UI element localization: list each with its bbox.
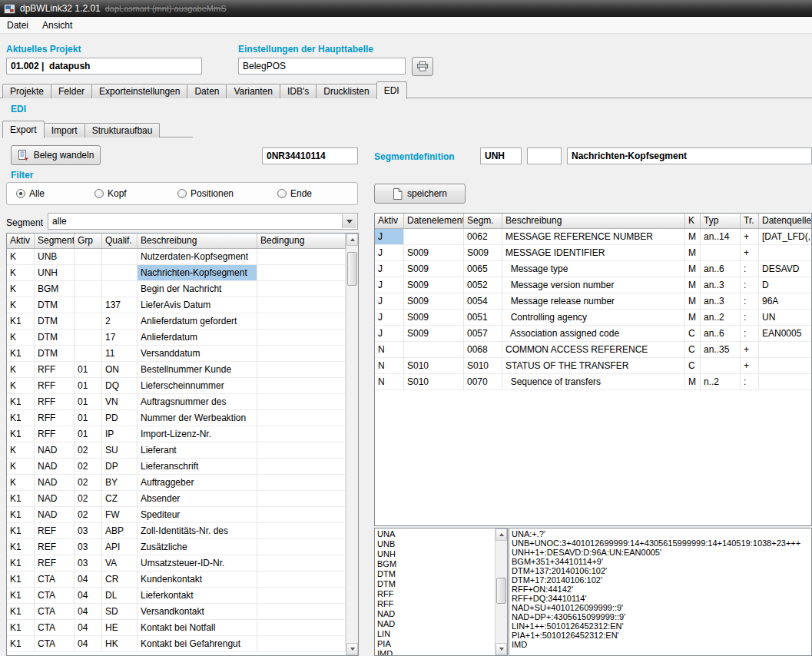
tab-drucklisten[interactable]: Drucklisten xyxy=(316,84,376,98)
tab-daten[interactable]: Daten xyxy=(187,84,227,98)
table-row[interactable]: JS0090054 Message release numberMan..3:9… xyxy=(375,293,811,310)
segment-code-input[interactable] xyxy=(480,147,522,164)
table-row[interactable]: JS009S009MESSAGE IDENTIFIERM+ xyxy=(375,245,811,261)
column-header-grp[interactable]: Grp xyxy=(75,234,102,248)
segment-description-input[interactable] xyxy=(567,147,812,164)
table-row[interactable]: KUNBNutzerdaten-Kopfsegment xyxy=(7,249,346,265)
scroll-up-button[interactable] xyxy=(495,528,507,541)
segment-list-item[interactable]: DTM xyxy=(375,579,495,589)
column-header-datenquelle[interactable]: Datenquelle xyxy=(759,214,811,228)
scroll-up-button[interactable] xyxy=(346,234,358,246)
segment-list-item[interactable]: UNH xyxy=(375,549,495,559)
table-row[interactable]: K1REF03ABPZoll-Identitäts-Nr. des xyxy=(7,523,346,539)
table-row[interactable]: K1RFF01IPImport-Lizenz-Nr. xyxy=(7,426,346,442)
subtab-import[interactable]: Import xyxy=(44,123,85,137)
scroll-down-button[interactable] xyxy=(495,643,507,655)
segment-list-item[interactable]: BGM xyxy=(375,559,495,569)
tab-varianten[interactable]: Varianten xyxy=(226,84,280,98)
document-number-input[interactable] xyxy=(262,147,358,164)
table-row[interactable]: JS0090051 Controlling agencyMan..2:UN xyxy=(375,310,811,326)
segment-list-item[interactable]: RFF xyxy=(375,589,495,599)
subtab-strukturaufbau[interactable]: Strukturaufbau xyxy=(85,123,161,137)
table-row[interactable]: KBGMBegin der Nachricht xyxy=(7,281,346,297)
segment-list-item[interactable]: NAD xyxy=(375,619,495,629)
table-cell: J xyxy=(375,326,404,342)
save-button[interactable]: speichern xyxy=(374,184,466,204)
table-row[interactable]: K1REF03APIZusätzliche xyxy=(7,539,346,555)
column-header-bedingung[interactable]: Bedingung xyxy=(257,234,346,248)
segment-list-item[interactable]: NAD xyxy=(375,609,495,619)
table-row[interactable]: KRFF01ONBestellnummer Kunde xyxy=(7,362,346,378)
table-row[interactable]: KDTM137LieferAvis Datum xyxy=(7,297,346,313)
tab-edi[interactable]: EDI xyxy=(376,81,407,99)
table-row[interactable]: KNAD02DPLieferanschrift xyxy=(7,459,346,475)
table-row[interactable]: K1CTA04DLLieferkontakt xyxy=(7,588,346,604)
segment-list-item[interactable]: RFF xyxy=(375,599,495,609)
table-row[interactable]: NS010S010STATUS OF THE TRANSFERC+ xyxy=(375,358,811,374)
segment-table-scrollbar[interactable] xyxy=(346,234,358,655)
table-row[interactable]: K1RFF01PDNummer der Werbeaktion xyxy=(7,410,346,426)
table-row[interactable]: K1NAD02FWSpediteur xyxy=(7,507,346,523)
filter-radio-alle[interactable]: Alle xyxy=(16,188,45,199)
table-row[interactable]: K1NAD02CZAbsender xyxy=(7,491,346,507)
tab-idb-s[interactable]: IDB's xyxy=(280,84,317,98)
table-row[interactable]: K1CTA04CRKundenkontakt xyxy=(7,572,346,588)
table-row[interactable]: NS0100070 Sequence of transfersMn..2: xyxy=(375,374,811,390)
segment-list-item[interactable]: LIN xyxy=(375,629,495,639)
column-header-k[interactable]: K xyxy=(685,214,701,228)
column-header-aktiv[interactable]: Aktiv xyxy=(375,214,404,228)
segment-qualifier-input[interactable] xyxy=(527,147,562,164)
subtab-export[interactable]: Export xyxy=(2,121,45,138)
table-row[interactable]: KUNHNachrichten-Kopfsegment xyxy=(7,265,346,281)
print-button[interactable] xyxy=(412,57,433,76)
segment-list-item[interactable]: PIA xyxy=(375,639,495,649)
table-row[interactable]: K1CTA04HKKontakt bei Gefahrengut xyxy=(7,636,346,652)
maintable-input[interactable] xyxy=(238,58,406,75)
table-row[interactable]: K1RFF01VNAuftragsnummer des xyxy=(7,394,346,410)
column-header-typ[interactable]: Typ xyxy=(701,214,741,228)
column-header-segment[interactable]: Segment xyxy=(35,234,75,248)
scroll-down-button[interactable] xyxy=(346,643,358,655)
table-row[interactable]: KNAD02SULieferant xyxy=(7,442,346,459)
filter-radio-kopf[interactable]: Kopf xyxy=(94,188,127,199)
table-row[interactable]: K1DTM2Anlieferdatum gefordert xyxy=(7,313,346,330)
table-row[interactable]: JS0090052 Message version numberMan..3:D xyxy=(375,277,811,293)
table-row[interactable]: KNAD02BYAuftraggeber xyxy=(7,475,346,491)
segment-list-scrollbar[interactable] xyxy=(495,528,507,655)
column-header-qualif[interactable]: Qualif. xyxy=(102,234,138,248)
table-row[interactable]: KDTM17Anlieferdatum xyxy=(7,330,346,346)
segment-list-item[interactable]: UNA xyxy=(375,529,495,539)
segment-list-item[interactable]: UNB xyxy=(375,539,495,549)
tab-projekte[interactable]: Projekte xyxy=(2,84,51,98)
table-row[interactable]: K1CTA04HEKontakt bei Notfall xyxy=(7,620,346,636)
column-header-datenelement[interactable]: Datenelement xyxy=(404,214,464,228)
column-header-aktiv[interactable]: Aktiv xyxy=(7,234,35,248)
table-row[interactable]: K1REF03VAUmsatzsteuer-ID-Nr. xyxy=(7,555,346,572)
tab-felder[interactable]: Felder xyxy=(51,84,92,98)
table-cell: IP xyxy=(102,426,138,442)
table-row[interactable]: J0062MESSAGE REFERENCE NUMBERMan..14+[DA… xyxy=(375,229,811,245)
column-header-segm[interactable]: Segm. xyxy=(464,214,502,228)
combobox-dropdown-button[interactable] xyxy=(342,214,356,228)
menu-item-datei[interactable]: Datei xyxy=(0,18,35,33)
column-header-beschreibung[interactable]: Beschreibung xyxy=(138,234,257,248)
menu-item-ansicht[interactable]: Ansicht xyxy=(35,18,79,33)
filter-radio-positionen[interactable]: Positionen xyxy=(177,188,234,199)
segment-list-item[interactable]: DTM xyxy=(375,569,495,579)
table-row[interactable]: JS0090057 Association assigned codeCan..… xyxy=(375,326,811,342)
scroll-thumb[interactable] xyxy=(496,578,506,604)
column-header-beschreibung[interactable]: Beschreibung xyxy=(502,214,685,228)
table-row[interactable]: K1DTM11Versanddatum xyxy=(7,346,346,362)
project-input[interactable] xyxy=(6,58,202,75)
table-row[interactable]: N0068COMMON ACCESS REFERENCECan..35+ xyxy=(375,342,811,358)
table-row[interactable]: K1CTA04SDVersandkontakt xyxy=(7,604,346,620)
convert-document-button[interactable]: Beleg wandeln xyxy=(11,145,101,165)
table-row[interactable]: JS0090065 Message typeMan..6:DESAVD xyxy=(375,261,811,277)
filter-radio-ende[interactable]: Ende xyxy=(277,188,312,199)
tab-exporteinstellungen[interactable]: Exporteinstellungen xyxy=(91,84,187,98)
segment-list-item[interactable]: IMD xyxy=(375,649,495,655)
table-row[interactable]: KRFF01DQLieferscheinnummer xyxy=(7,378,346,394)
scroll-thumb[interactable] xyxy=(347,252,357,286)
column-header-tr[interactable]: Tr. xyxy=(741,214,759,228)
segment-filter-combobox[interactable]: alle xyxy=(48,213,358,230)
